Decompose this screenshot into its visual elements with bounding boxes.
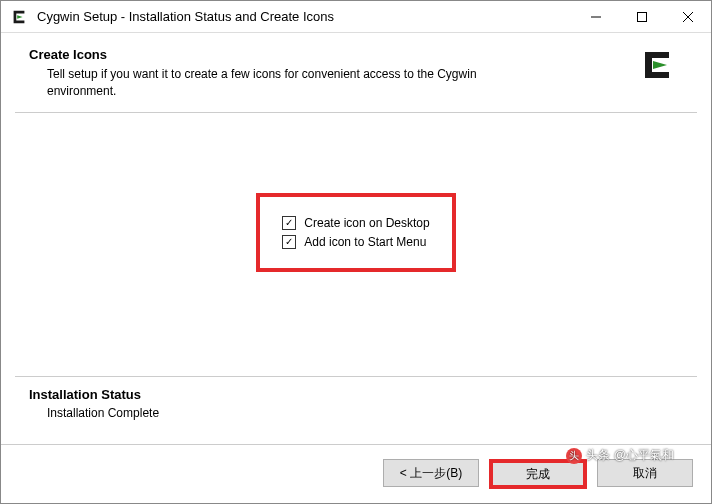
svg-marker-5 [653,61,667,69]
status-title: Installation Status [29,387,693,402]
watermark-icon: 头 [566,448,582,464]
header-section: Create Icons Tell setup if you want it t… [1,33,711,112]
back-button[interactable]: < 上一步(B) [383,459,479,487]
header-title: Create Icons [29,47,639,62]
checkbox-area: ✓ Create icon on Desktop ✓ Add icon to S… [1,113,711,376]
watermark: 头 头条 @心平氣和 [566,447,674,464]
watermark-text: 头条 @心平氣和 [586,447,674,464]
desktop-checkbox-row[interactable]: ✓ Create icon on Desktop [282,216,429,230]
window-title: Cygwin Setup - Installation Status and C… [37,9,573,24]
desktop-checkbox-label: Create icon on Desktop [304,216,429,230]
checkbox-icon: ✓ [282,235,296,249]
content-area: Create Icons Tell setup if you want it t… [1,33,711,444]
checkbox-highlight-box: ✓ Create icon on Desktop ✓ Add icon to S… [256,193,455,272]
minimize-button[interactable] [573,1,619,33]
header-description: Tell setup if you want it to create a fe… [47,66,487,100]
checkbox-icon: ✓ [282,216,296,230]
setup-window: Cygwin Setup - Installation Status and C… [0,0,712,504]
cygwin-logo-icon [639,47,675,83]
close-button[interactable] [665,1,711,33]
titlebar: Cygwin Setup - Installation Status and C… [1,1,711,33]
svg-marker-0 [17,15,22,19]
status-section: Installation Status Installation Complet… [1,377,711,444]
startmenu-checkbox-row[interactable]: ✓ Add icon to Start Menu [282,235,429,249]
startmenu-checkbox-label: Add icon to Start Menu [304,235,426,249]
status-text: Installation Complete [47,406,693,420]
maximize-button[interactable] [619,1,665,33]
svg-rect-2 [638,12,647,21]
cygwin-icon [9,7,29,27]
